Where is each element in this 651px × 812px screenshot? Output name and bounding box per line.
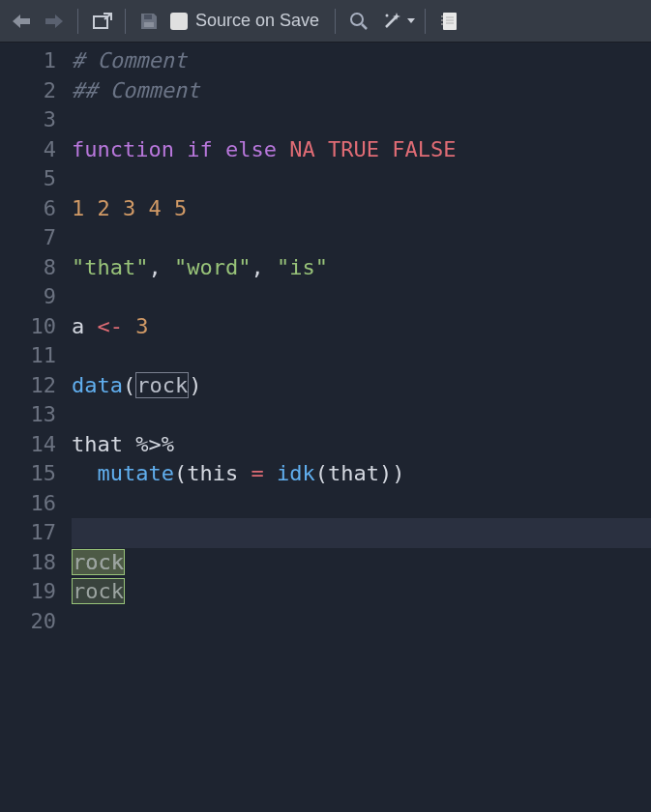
operator-token: = bbox=[251, 461, 263, 485]
search-match: rock bbox=[135, 372, 189, 398]
code-line[interactable]: rock bbox=[72, 518, 651, 548]
code-area[interactable]: # Comment ## Comment function if else NA… bbox=[72, 43, 651, 812]
back-icon[interactable] bbox=[8, 8, 35, 35]
line-number: 8 bbox=[0, 253, 56, 283]
identifier-token: that bbox=[72, 432, 135, 456]
code-line[interactable]: function if else NA TRUE FALSE bbox=[72, 135, 651, 165]
svg-line-5 bbox=[386, 16, 397, 27]
comment-token: ## Comment bbox=[72, 78, 199, 102]
search-icon[interactable] bbox=[345, 8, 372, 35]
svg-point-6 bbox=[386, 14, 389, 16]
code-line[interactable] bbox=[72, 607, 651, 637]
line-number: 19 bbox=[0, 577, 56, 607]
popout-icon[interactable] bbox=[88, 8, 115, 35]
code-line[interactable] bbox=[72, 282, 651, 312]
code-line[interactable]: that %>% bbox=[72, 430, 651, 460]
string-token: "is" bbox=[277, 255, 328, 279]
code-line[interactable] bbox=[72, 164, 651, 194]
code-line[interactable]: rock bbox=[72, 577, 651, 607]
code-line[interactable] bbox=[72, 489, 651, 519]
line-number: 15 bbox=[0, 459, 56, 489]
notebook-icon[interactable] bbox=[435, 8, 462, 35]
svg-point-3 bbox=[351, 14, 363, 25]
code-line[interactable]: rock bbox=[72, 548, 651, 578]
code-line[interactable]: ## Comment bbox=[72, 76, 651, 106]
line-number: 2 bbox=[0, 76, 56, 106]
gutter: 1 2 3 4 5 6 7 8 9 10 11 12 13 14 15 16 1… bbox=[0, 43, 72, 812]
code-line[interactable]: a <- 3 bbox=[72, 312, 651, 342]
source-on-save-label: Source on Save bbox=[195, 11, 319, 31]
line-number: 12 bbox=[0, 371, 56, 401]
line-number: 9 bbox=[0, 282, 56, 312]
line-number: 1 bbox=[0, 46, 56, 76]
keyword-token: else bbox=[225, 137, 277, 161]
toolbar-separator bbox=[77, 9, 78, 34]
svg-rect-2 bbox=[144, 22, 154, 27]
line-number: 5 bbox=[0, 164, 56, 194]
code-line[interactable] bbox=[72, 341, 651, 371]
number-token: 1 2 3 4 5 bbox=[72, 196, 187, 220]
line-number: 3 bbox=[0, 105, 56, 135]
save-icon[interactable] bbox=[135, 8, 163, 35]
forward-icon[interactable] bbox=[41, 8, 68, 35]
line-number: 4 bbox=[0, 135, 56, 165]
search-match: rock bbox=[72, 578, 125, 604]
code-line[interactable]: # Comment bbox=[72, 46, 651, 76]
identifier-token: this bbox=[187, 461, 251, 485]
line-number: 7 bbox=[0, 223, 56, 253]
editor[interactable]: 1 2 3 4 5 6 7 8 9 10 11 12 13 14 15 16 1… bbox=[0, 43, 651, 812]
active-line-highlight bbox=[72, 518, 651, 548]
identifier-token: a bbox=[72, 314, 98, 338]
code-line[interactable] bbox=[72, 400, 651, 430]
code-line[interactable] bbox=[72, 223, 651, 253]
line-number: 13 bbox=[0, 400, 56, 430]
search-match: rock bbox=[72, 549, 125, 575]
toolbar-separator bbox=[125, 9, 126, 34]
line-number: 18 bbox=[0, 548, 56, 578]
wand-icon[interactable] bbox=[378, 8, 405, 35]
svg-rect-7 bbox=[443, 13, 457, 30]
line-number: 14 bbox=[0, 430, 56, 460]
toolbar: Source on Save bbox=[0, 0, 651, 43]
code-line[interactable]: mutate(this = idk(that)) bbox=[72, 459, 651, 489]
const-token: TRUE bbox=[328, 137, 379, 161]
code-line[interactable]: 1 2 3 4 5 bbox=[72, 194, 651, 224]
source-on-save-checkbox[interactable] bbox=[170, 13, 188, 30]
line-number: 10 bbox=[0, 312, 56, 342]
operator-token: <- bbox=[98, 314, 124, 338]
identifier-token: that bbox=[328, 461, 379, 485]
keyword-token: if bbox=[187, 137, 213, 161]
function-token: idk bbox=[277, 461, 315, 485]
code-line[interactable]: data(rock) bbox=[72, 371, 651, 401]
function-token: mutate bbox=[98, 461, 174, 485]
line-number: 16 bbox=[0, 489, 56, 519]
function-token: data bbox=[72, 373, 123, 397]
line-number: 17 bbox=[0, 518, 56, 548]
line-number: 6 bbox=[0, 194, 56, 224]
code-line[interactable] bbox=[72, 105, 651, 135]
code-line[interactable]: "that", "word", "is" bbox=[72, 253, 651, 283]
wand-dropdown-icon[interactable] bbox=[407, 18, 415, 23]
const-token: FALSE bbox=[392, 137, 456, 161]
pipe-token: %>% bbox=[135, 432, 174, 456]
line-number: 11 bbox=[0, 341, 56, 371]
svg-line-4 bbox=[362, 24, 367, 29]
toolbar-separator bbox=[335, 9, 336, 34]
const-token: NA bbox=[289, 137, 315, 161]
keyword-token: function bbox=[72, 137, 174, 161]
number-token: 3 bbox=[135, 314, 148, 338]
line-number: 20 bbox=[0, 607, 56, 637]
string-token: "that" bbox=[72, 255, 148, 279]
svg-rect-1 bbox=[144, 14, 152, 19]
string-token: "word" bbox=[174, 255, 251, 279]
toolbar-separator bbox=[425, 9, 426, 34]
comment-token: # Comment bbox=[72, 48, 187, 72]
